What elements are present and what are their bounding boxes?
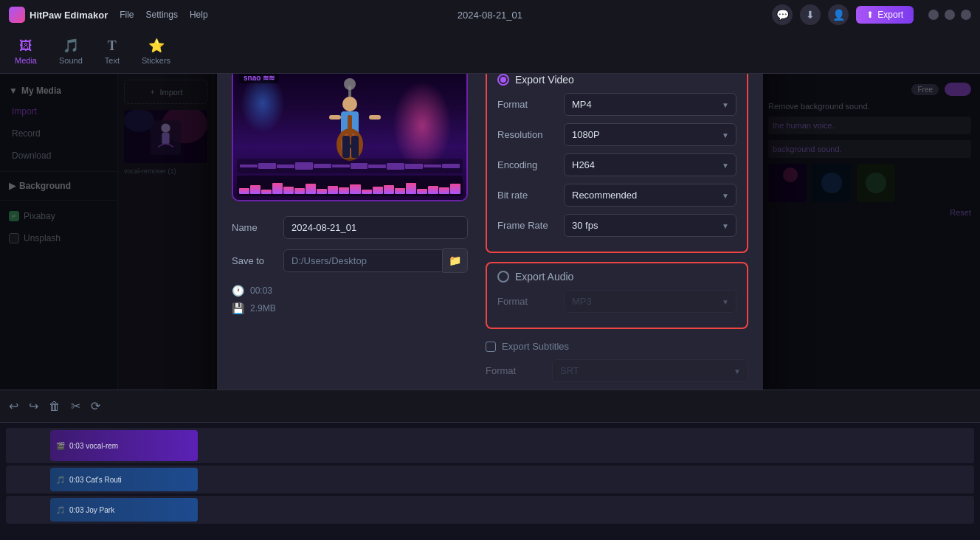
- format-select-wrapper: MP4 MOV AVI ▼: [564, 93, 736, 116]
- format-select[interactable]: MP4 MOV AVI: [564, 93, 736, 116]
- timeline-clip-1[interactable]: 🎬 0:03 vocal-rem: [50, 430, 198, 461]
- clip-1-label: 0:03 vocal-rem: [69, 442, 118, 450]
- tab-stickers[interactable]: ⭐ Stickers: [142, 38, 170, 65]
- subtitles-format-label: Format: [486, 365, 552, 376]
- tab-sound-label: Sound: [59, 56, 83, 65]
- export-audio-radio[interactable]: [497, 271, 509, 283]
- file-info: 🕐 00:03 💾 2.9MB: [232, 285, 468, 314]
- preview-logo: snao ≋≋: [239, 74, 279, 83]
- tab-text-label: Text: [105, 56, 120, 65]
- timeline-track-1: 🎬 0:03 vocal-rem: [6, 428, 974, 463]
- tab-media[interactable]: 🖼 Media: [15, 38, 37, 65]
- export-video-label: Export Video: [515, 74, 574, 86]
- timeline-clip-3[interactable]: 🎵 0:03 Joy Park: [50, 498, 198, 522]
- app-name: HitPaw Edimakor: [30, 10, 108, 21]
- redo-icon[interactable]: ↪: [29, 399, 38, 413]
- tab-stickers-label: Stickers: [142, 56, 170, 65]
- bitrate-select[interactable]: Recommended Low Medium High: [564, 184, 736, 207]
- logo-icon: [9, 7, 25, 23]
- resolution-select[interactable]: 1080P 720P 480P: [564, 123, 736, 146]
- delete-icon[interactable]: 🗑: [49, 400, 61, 413]
- framerate-row: Frame Rate 30 fps 24 fps 25 fps 60 fps: [497, 214, 736, 237]
- format-row: Format MP4 MOV AVI ▼: [497, 93, 736, 116]
- menu-bar: File Settings Help: [120, 10, 207, 20]
- cut-icon[interactable]: ✂: [71, 399, 80, 413]
- export-audio-label: Export Audio: [515, 271, 573, 283]
- stickers-icon: ⭐: [148, 38, 165, 54]
- filesize-value: 2.9MB: [250, 303, 276, 314]
- subtitles-format-wrapper: SRT ASS VTT ▼: [552, 359, 748, 382]
- svg-point-13: [344, 78, 356, 90]
- title-bar-actions: 💬 ⬇ 👤 ⬆ Export — □ ✕: [772, 4, 971, 25]
- tab-text[interactable]: T Text: [105, 38, 120, 65]
- bitrate-select-wrapper: Recommended Low Medium High ▼: [564, 184, 736, 207]
- framerate-select[interactable]: 30 fps 24 fps 25 fps 60 fps: [564, 214, 736, 237]
- svg-rect-22: [342, 136, 350, 158]
- duration-value: 00:03: [250, 285, 272, 296]
- framerate-select-wrapper: 30 fps 24 fps 25 fps 60 fps ▼: [564, 214, 736, 237]
- saveto-label: Save to: [232, 255, 283, 266]
- bitrate-label: Bit rate: [497, 190, 564, 201]
- modal-right: Export Video Format MP4 MOV: [486, 74, 748, 390]
- export-audio-option[interactable]: Export Audio Format MP3 WAV A: [486, 262, 748, 329]
- filesize-row: 💾 2.9MB: [232, 302, 468, 314]
- encoding-select[interactable]: H264 H265 VP9: [564, 153, 736, 176]
- saveto-row: Save to 📁: [232, 248, 468, 273]
- audio-settings: Format MP3 WAV AAC ▼: [497, 290, 736, 313]
- svg-rect-17: [369, 115, 381, 120]
- tab-sound[interactable]: 🎵 Sound: [59, 38, 83, 65]
- export-video-option[interactable]: Export Video Format MP4 MOV: [486, 74, 748, 253]
- menu-settings[interactable]: Settings: [146, 10, 178, 20]
- clip-3-label: 0:03 Joy Park: [69, 506, 114, 514]
- maximize-button[interactable]: □: [945, 10, 955, 20]
- timeline-track-2: 🎵 0:03 Cat's Routi: [6, 465, 974, 494]
- close-button[interactable]: ✕: [961, 10, 971, 20]
- export-video-radio[interactable]: [497, 74, 509, 86]
- file-icon: 💾: [232, 302, 244, 314]
- name-input[interactable]: [283, 216, 468, 239]
- undo-icon[interactable]: ↩: [9, 399, 18, 413]
- header-export-button[interactable]: ⬆ Export: [856, 6, 914, 24]
- timeline-track-3: 🎵 0:03 Joy Park: [6, 496, 974, 524]
- name-label: Name: [232, 222, 283, 233]
- tab-media-label: Media: [15, 56, 37, 65]
- svg-rect-16: [329, 115, 341, 120]
- app-logo: HitPaw Edimakor: [9, 7, 108, 23]
- export-video-header: Export Video: [497, 74, 736, 86]
- saveto-input[interactable]: [283, 249, 443, 272]
- audio-format-select-wrapper: MP3 WAV AAC ▼: [564, 290, 736, 313]
- resolution-label: Resolution: [497, 129, 564, 140]
- resolution-row: Resolution 1080P 720P 480P ▼: [497, 123, 736, 146]
- subtitles-format-select[interactable]: SRT ASS VTT: [552, 359, 748, 382]
- svg-point-14: [342, 97, 357, 111]
- title-bar: HitPaw Edimakor File Settings Help 2024-…: [0, 0, 980, 30]
- export-icon: ⬆: [866, 10, 874, 20]
- subtitles-format-row: Format SRT ASS VTT ▼: [486, 359, 748, 382]
- timeline-clip-2[interactable]: 🎵 0:03 Cat's Routi: [50, 468, 198, 491]
- waveform-bars-2: [237, 159, 463, 173]
- subtitles-checkbox[interactable]: [486, 342, 496, 352]
- bitrate-row: Bit rate Recommended Low Medium High: [497, 184, 736, 207]
- radio-inner: [500, 77, 506, 83]
- download-icon[interactable]: ⬇: [800, 4, 821, 25]
- chat-icon[interactable]: 💬: [772, 4, 793, 25]
- audio-format-row: Format MP3 WAV AAC ▼: [497, 290, 736, 313]
- sound-icon: 🎵: [63, 38, 79, 54]
- text-icon: T: [108, 38, 117, 54]
- format-label: Format: [497, 99, 564, 110]
- export-subtitles-section: Export Subtitles Format SRT ASS VTT: [486, 335, 748, 390]
- menu-help[interactable]: Help: [190, 10, 208, 20]
- timeline: 🎬 0:03 vocal-rem 🎵 0:03 Cat's Routi 🎵 0:…: [0, 422, 980, 540]
- folder-button[interactable]: 📁: [443, 248, 468, 273]
- menu-file[interactable]: File: [120, 10, 134, 20]
- account-icon[interactable]: 👤: [828, 4, 849, 25]
- audio-format-label: Format: [497, 296, 564, 307]
- export-modal: Export ×: [217, 74, 763, 390]
- export-label: Export: [877, 10, 903, 20]
- copy-icon[interactable]: ⟳: [91, 399, 100, 413]
- minimize-button[interactable]: —: [928, 10, 939, 20]
- audio-format-select[interactable]: MP3 WAV AAC: [564, 290, 736, 313]
- waveform-bars: [237, 176, 463, 196]
- bottom-toolbar: ↩ ↪ 🗑 ✂ ⟳: [0, 390, 980, 422]
- clip-2-label: 0:03 Cat's Routi: [69, 476, 122, 484]
